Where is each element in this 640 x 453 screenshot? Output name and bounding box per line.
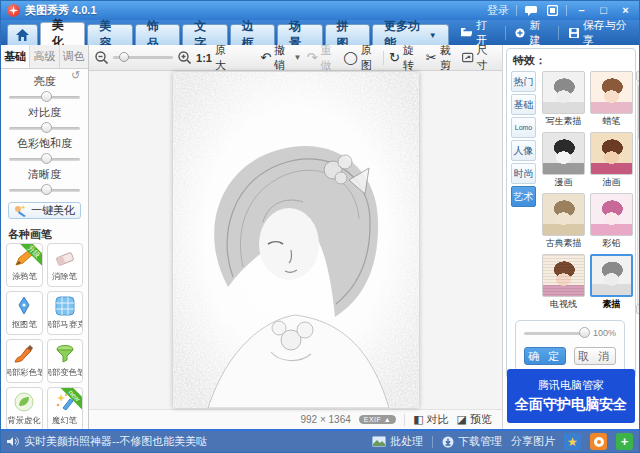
brush-local-color-pen[interactable]: 局部彩色笔 (6, 339, 43, 383)
exif-badge[interactable]: EXIF ▲ (359, 415, 396, 424)
category-portrait[interactable]: 人像 (511, 140, 536, 161)
effect-categories: 热门 基础 Lomo 人像 时尚 艺术 (511, 71, 536, 314)
original-image-button[interactable]: ◯ 原图 (343, 43, 378, 73)
effect-classic-sketch[interactable]: 古典素描 (542, 193, 585, 253)
sharpness-slider[interactable] (9, 189, 80, 192)
skin-icon[interactable] (545, 5, 559, 17)
slider-thumb[interactable] (41, 184, 52, 195)
add-share-icon[interactable]: + (616, 433, 633, 450)
save-share-button[interactable]: 保存与分享 (559, 22, 639, 44)
promo-message[interactable]: 实时美颜拍照神器--不修图也能美美哒 (7, 434, 207, 449)
contrast-label: 对比度 (8, 105, 81, 120)
slider-thumb[interactable] (41, 153, 52, 164)
brush-eraser-pen[interactable]: 消除笔 (47, 243, 84, 287)
zoom-out-button[interactable] (95, 51, 108, 64)
tab-home[interactable] (7, 24, 38, 45)
cancel-button[interactable]: 取 消 (574, 347, 616, 365)
confirm-button[interactable]: 确 定 (524, 347, 566, 365)
effect-color-pencil[interactable]: 彩铅 (590, 193, 633, 253)
tab-basic-adjust[interactable]: 基础 (1, 45, 30, 68)
zoom-slider-thumb[interactable] (119, 52, 129, 62)
redo-icon: ↷ (307, 51, 318, 64)
compare-button[interactable]: ◧ 对比 (413, 412, 448, 427)
scrollbar-track[interactable] (637, 81, 640, 304)
undo-button[interactable]: ↶ 撤销 ▼ (260, 43, 301, 73)
slider-thumb[interactable] (41, 91, 52, 102)
effect-comic[interactable]: 漫画 (542, 132, 585, 192)
crop-button[interactable]: ✂ 裁剪 (426, 43, 458, 73)
slider-thumb[interactable] (41, 122, 52, 133)
ad-title: 腾讯电脑管家 (538, 378, 604, 393)
reset-icon[interactable]: ↺ (71, 69, 83, 81)
category-hot[interactable]: 热门 (511, 71, 536, 92)
tab-advanced-adjust[interactable]: 高级 (30, 45, 59, 68)
tab-color-adjust[interactable]: 调色 (60, 45, 88, 68)
effect-oil-painting[interactable]: 油画 (590, 132, 633, 192)
close-button[interactable]: × (618, 4, 633, 17)
actual-size-button[interactable]: 1:1 原大 (196, 43, 232, 73)
tab-retouch[interactable]: 美容 (87, 24, 132, 45)
effect-thumbnail (542, 71, 585, 114)
redo-button[interactable]: ↷ 重做 (307, 43, 339, 73)
effect-crayon[interactable]: 蜡笔 (590, 71, 633, 131)
qzone-icon[interactable]: ★ (564, 433, 581, 450)
tab-beautify[interactable]: 美化 (40, 22, 85, 45)
brush-grid: 升级 涂鸦笔 消除笔 抠图笔 局部马赛克 局部 (1, 243, 88, 431)
batch-process-button[interactable]: 批处理 (372, 434, 423, 449)
ad-banner[interactable]: 腾讯电脑管家 全面守护电脑安全 (507, 369, 635, 423)
brightness-slider[interactable] (9, 96, 80, 99)
effect-thumbnail (590, 193, 633, 236)
brush-magic-pen[interactable]: new 魔幻笔 (47, 387, 84, 431)
zoom-slider[interactable] (113, 56, 173, 59)
share-pictures-button[interactable]: 分享图片 (511, 434, 555, 449)
effect-tv-lines[interactable]: 电视线 (542, 254, 585, 314)
scroll-up-icon[interactable]: ▲ (636, 71, 640, 81)
tab-decorate[interactable]: 饰品 (135, 24, 180, 45)
slider-thumb[interactable] (579, 327, 590, 338)
open-button[interactable]: 打开 (451, 22, 505, 44)
feedback-icon[interactable] (524, 5, 538, 17)
maximize-button[interactable]: □ (596, 4, 611, 17)
batch-icon (372, 436, 386, 447)
undo-icon: ↶ (260, 51, 271, 64)
category-lomo[interactable]: Lomo (511, 117, 536, 138)
tabbar: 美化 美容 饰品 文字 边框 场景 拼图 更多功能 ▼ 打开 新建 保存与分享 (1, 20, 639, 45)
effects-scrollbar[interactable]: ▲ ▼ (635, 71, 640, 314)
divider (404, 414, 405, 426)
funnel-icon (54, 344, 76, 364)
brush-doodle-pen[interactable]: 升级 涂鸦笔 (6, 243, 43, 287)
zoom-in-button[interactable] (178, 51, 191, 64)
save-icon (569, 27, 579, 39)
rotate-button[interactable]: ↻ 旋转 (389, 43, 421, 73)
brush-local-mosaic[interactable]: 局部马赛克 (47, 291, 84, 335)
category-fashion[interactable]: 时尚 (511, 163, 536, 184)
weibo-icon[interactable] (590, 433, 607, 450)
contrast-slider[interactable] (9, 127, 80, 130)
canvas-area[interactable] (89, 71, 502, 409)
one-key-beautify-button[interactable]: 一键美化 (8, 202, 81, 219)
left-panel: 基础 高级 调色 ↺ 亮度 对比度 色彩饱和度 清晰度 (1, 45, 89, 429)
effect-life-sketch[interactable]: 写生素描 (542, 71, 585, 131)
resize-button[interactable]: 尺寸 (462, 43, 496, 73)
login-link[interactable]: 登录 (487, 3, 509, 18)
divider (432, 436, 433, 448)
scroll-down-icon[interactable]: ▼ (636, 304, 640, 314)
download-manager-button[interactable]: 下载管理 (442, 434, 502, 449)
download-icon (442, 436, 454, 448)
brush-background-blur[interactable]: 背景虚化 (6, 387, 43, 431)
brush-cutout-pen[interactable]: 抠图笔 (6, 291, 43, 335)
effect-opacity-slider[interactable] (524, 332, 588, 335)
compare-icon: ◧ (413, 413, 423, 426)
saturation-slider[interactable] (9, 158, 80, 161)
effect-sketch-selected[interactable]: 素描 (590, 254, 633, 314)
category-art[interactable]: 艺术 (511, 186, 536, 207)
category-basic[interactable]: 基础 (511, 94, 536, 115)
brush-color-change-pen[interactable]: 局部变色笔 (47, 339, 84, 383)
canvas-info-bar: 992 × 1364 EXIF ▲ ◧ 对比 ◪ 预览 (89, 409, 502, 429)
effect-thumbnail (590, 132, 633, 175)
minimize-button[interactable]: – (574, 4, 589, 17)
home-icon (16, 29, 29, 41)
new-button[interactable]: 新建 (505, 22, 557, 44)
paint-brush-icon (13, 344, 35, 364)
preview-button[interactable]: ◪ 预览 (457, 412, 492, 427)
